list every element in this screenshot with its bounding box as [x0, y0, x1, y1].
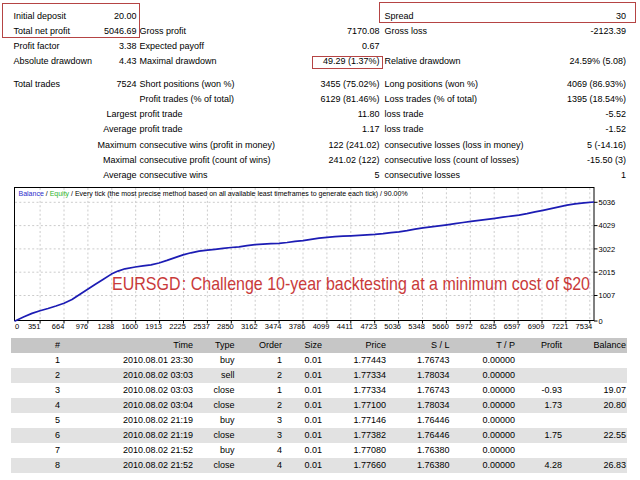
svg-text:1007: 1007 [599, 291, 616, 300]
svg-text:5972: 5972 [456, 322, 473, 331]
svg-text:3474: 3474 [265, 322, 282, 331]
svg-text:5348: 5348 [408, 322, 425, 331]
svg-text:7534: 7534 [576, 322, 593, 331]
svg-text:4099: 4099 [313, 322, 330, 331]
svg-text:1288: 1288 [98, 322, 115, 331]
svg-text:5036: 5036 [384, 322, 401, 331]
svg-text:2537: 2537 [193, 322, 210, 331]
svg-text:5036: 5036 [599, 198, 616, 207]
svg-text:3022: 3022 [599, 245, 616, 254]
svg-text:2015: 2015 [599, 268, 616, 277]
svg-text:664: 664 [52, 322, 65, 331]
svg-text:6909: 6909 [528, 322, 545, 331]
svg-text:5660: 5660 [432, 322, 449, 331]
svg-text:6285: 6285 [480, 322, 497, 331]
svg-text:976: 976 [76, 322, 89, 331]
svg-text:3786: 3786 [289, 322, 306, 331]
svg-text:6597: 6597 [504, 322, 521, 331]
svg-text:4723: 4723 [360, 322, 377, 331]
svg-text:4411: 4411 [337, 322, 353, 331]
svg-text:0: 0 [599, 317, 603, 326]
svg-text:1913: 1913 [145, 322, 162, 331]
svg-text:2225: 2225 [169, 322, 186, 331]
svg-text:3162: 3162 [241, 322, 258, 331]
svg-text:4029: 4029 [599, 221, 616, 230]
svg-text:2850: 2850 [217, 322, 234, 331]
svg-text:Balance / Equity / Every tick: Balance / Equity / Every tick (the most … [19, 190, 408, 198]
svg-text:7221: 7221 [552, 322, 569, 331]
svg-text:0: 0 [15, 322, 19, 331]
svg-text:1600: 1600 [121, 322, 138, 331]
svg-text:351: 351 [28, 322, 41, 331]
